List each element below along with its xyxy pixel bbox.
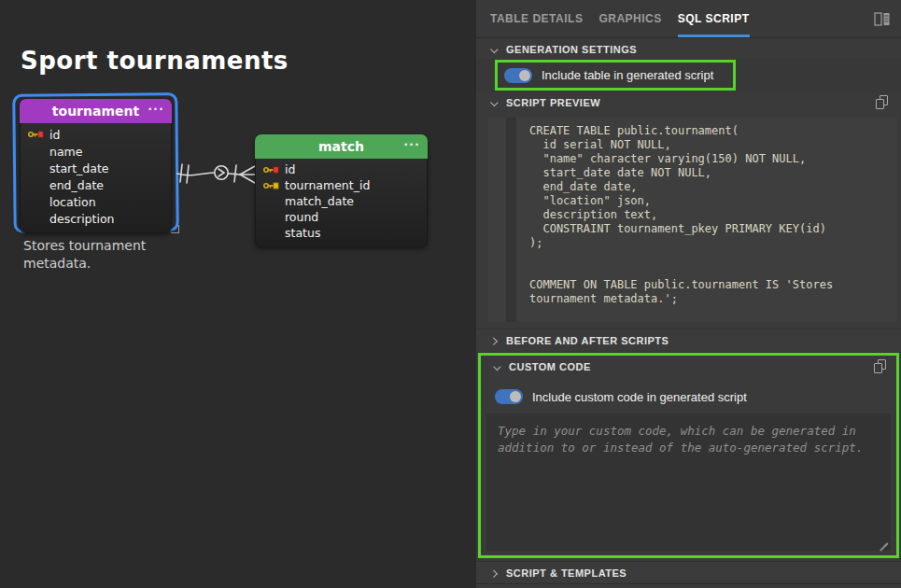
chevron-down-icon <box>490 46 498 53</box>
field-row[interactable]: id <box>21 126 171 143</box>
primary-key-icon <box>28 130 49 139</box>
custom-code-input[interactable] <box>486 413 891 551</box>
details-panel: TABLE DETAILS GRAPHICS SQL SCRIPT GENERA… <box>476 0 901 588</box>
table-comment-note[interactable]: Stores tournament metadata. <box>23 237 163 273</box>
section-script-templates[interactable]: SCRIPT & TEMPLATES <box>476 561 901 584</box>
custom-code-toggle-row: Include custom code in generated script <box>495 389 747 404</box>
chevron-right-icon <box>489 337 497 344</box>
table-match-title: match <box>318 139 364 154</box>
table-match-body: id tournament_id match_date round status <box>255 159 428 247</box>
chevron-right-icon <box>489 569 497 577</box>
diagram-title[interactable]: Sport tournaments <box>21 47 289 75</box>
field-label: name <box>49 145 82 159</box>
field-label: tournament_id <box>285 178 370 192</box>
chevron-down-icon <box>490 99 498 106</box>
field-row[interactable]: id <box>256 161 427 177</box>
include-custom-code-toggle[interactable] <box>495 389 523 404</box>
include-table-toggle[interactable] <box>504 68 532 83</box>
code-gutter <box>506 118 516 322</box>
section-generation-settings[interactable]: GENERATION SETTINGS <box>490 44 637 55</box>
include-table-toggle-label: Include table in generated script <box>542 68 713 82</box>
field-row[interactable]: start_date <box>21 160 171 176</box>
relationship-line[interactable] <box>171 155 260 196</box>
tab-graphics[interactable]: GRAPHICS <box>598 0 661 37</box>
section-before-after-scripts[interactable]: BEFORE AND AFTER SCRIPTS <box>476 329 901 353</box>
field-label: round <box>285 210 318 224</box>
copy-icon[interactable] <box>875 95 890 110</box>
table-tournament-title: tournament <box>52 104 139 119</box>
field-label: id <box>285 162 295 176</box>
section-script-preview[interactable]: SCRIPT PREVIEW <box>490 95 890 110</box>
textarea-resize-grip[interactable] <box>879 534 888 543</box>
chevron-down-icon <box>493 363 500 371</box>
script-preview-code: CREATE TABLE public.tournament( id seria… <box>488 118 897 322</box>
tab-sql-script[interactable]: SQL SCRIPT <box>678 0 750 37</box>
foreign-key-icon <box>263 181 285 190</box>
panel-tabbar: TABLE DETAILS GRAPHICS SQL SCRIPT <box>476 0 901 38</box>
table-menu-button[interactable]: ··· <box>403 137 420 151</box>
section-custom-code[interactable]: CUSTOM CODE <box>493 359 888 374</box>
field-row[interactable]: match_date <box>256 193 427 209</box>
split-panel-icon[interactable] <box>874 11 891 31</box>
table-match[interactable]: match ··· id tournament_id match_date ro… <box>255 134 428 247</box>
field-label: location <box>49 195 96 209</box>
annotation-highlight: CUSTOM CODE Include custom code in gener… <box>478 353 899 558</box>
table-tournament-body: id name start_date end_date location des… <box>20 123 172 233</box>
primary-key-icon <box>263 165 285 175</box>
field-row[interactable]: location <box>21 193 171 210</box>
field-label: description <box>49 212 115 226</box>
field-row[interactable]: tournament_id <box>256 177 427 193</box>
field-row[interactable]: name <box>21 143 171 160</box>
table-match-header[interactable]: match ··· <box>255 134 428 159</box>
annotation-highlight: Include table in generated script <box>495 60 736 91</box>
table-tournament-header[interactable]: tournament ··· <box>20 99 172 123</box>
field-label: start_date <box>49 161 109 175</box>
field-row[interactable]: description <box>21 210 171 227</box>
field-label: end_date <box>49 178 104 192</box>
selection-resize-handle[interactable] <box>171 225 179 233</box>
field-label: id <box>49 128 60 142</box>
diagram-canvas[interactable]: Sport tournaments tournament ··· id name… <box>0 0 476 588</box>
field-label: status <box>285 226 320 240</box>
field-row[interactable]: status <box>256 225 427 241</box>
table-menu-button[interactable]: ··· <box>148 102 164 116</box>
field-label: match_date <box>285 194 354 208</box>
tab-table-details[interactable]: TABLE DETAILS <box>490 0 583 37</box>
include-custom-code-toggle-label: Include custom code in generated script <box>532 390 747 404</box>
copy-icon[interactable] <box>873 359 888 374</box>
field-row[interactable]: round <box>256 209 427 225</box>
sql-code: CREATE TABLE public.tournament( id seria… <box>529 124 894 306</box>
field-row[interactable]: end_date <box>21 176 171 193</box>
table-tournament[interactable]: tournament ··· id name start_date end_da… <box>20 99 172 233</box>
